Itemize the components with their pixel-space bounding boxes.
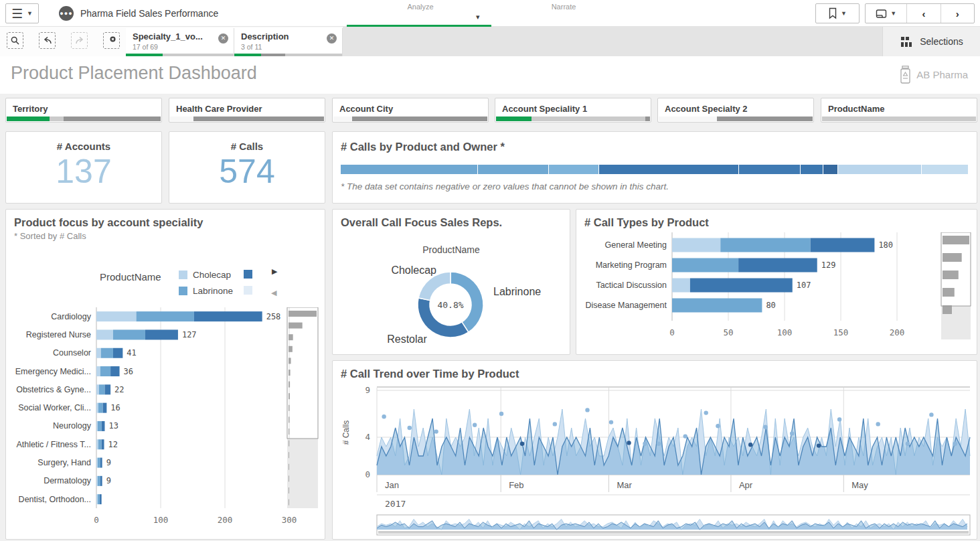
strip-segment[interactable] (599, 165, 738, 174)
nav-analyze-sheet[interactable]: Analyze Sheet (348, 3, 493, 11)
bar-segment[interactable] (96, 458, 98, 468)
strip-segment[interactable] (823, 165, 837, 174)
call-trend-chart[interactable]: JanFebMarAprMay2017049# Calls (339, 386, 971, 540)
panel-title: Overall Call Focus Sales Reps. (341, 216, 502, 229)
bar-segment[interactable] (98, 403, 103, 413)
donut-slice[interactable] (418, 272, 451, 301)
selections-tool-button[interactable]: Selections (882, 27, 980, 56)
filter-productname[interactable]: ProductName (821, 98, 977, 123)
global-menu-button[interactable]: ☰ ▼ (5, 3, 39, 23)
bar-segment[interactable] (96, 494, 98, 504)
bar-segment[interactable] (672, 279, 690, 293)
call-focus-donut-chart[interactable]: 40.8% (373, 259, 534, 358)
bar-segment[interactable] (672, 299, 762, 313)
filter-label: Account Speciality 1 (502, 104, 587, 114)
bar-segment[interactable] (672, 258, 738, 273)
filter-territory[interactable]: Territory (5, 98, 162, 123)
filter-selection-state-bar (333, 117, 487, 121)
svg-text:Cardiology: Cardiology (51, 312, 92, 321)
bar-segment[interactable] (145, 329, 178, 339)
strip-segment[interactable] (922, 165, 968, 174)
bar-segment[interactable] (690, 279, 793, 293)
pill-bottle-icon (899, 66, 912, 84)
clear-selections-button[interactable] (103, 32, 120, 49)
bar-segment[interactable] (102, 439, 104, 449)
kpi-value: 574 (169, 152, 325, 191)
bar-segment[interactable] (96, 384, 99, 394)
bar-segment[interactable] (103, 403, 107, 413)
bar-segment[interactable] (104, 384, 110, 394)
next-sheet-button[interactable]: › (941, 4, 974, 23)
bar-segment[interactable] (113, 348, 122, 358)
legend-label: Labrinone (193, 286, 233, 296)
bar-segment[interactable] (113, 329, 145, 339)
bar-segment[interactable] (96, 476, 98, 486)
bar-segment[interactable] (100, 494, 102, 504)
bar-segment[interactable] (720, 238, 810, 252)
bar-segment[interactable] (98, 421, 102, 431)
sheets-button[interactable]: ▼ (866, 4, 906, 23)
panel-title: # Calls by Product and Owner * (341, 141, 505, 153)
bar-segment[interactable] (811, 238, 875, 252)
legend-item[interactable]: Labrinone (179, 286, 233, 296)
filter-selection-state-bar (659, 117, 813, 121)
strip-segment[interactable] (478, 165, 548, 174)
svg-text:9: 9 (106, 476, 111, 485)
bar-segment[interactable] (194, 311, 262, 321)
close-icon[interactable]: ✕ (218, 33, 228, 44)
strip-segment[interactable] (801, 165, 823, 174)
bookmarks-button[interactable]: ▼ (816, 4, 859, 23)
legend-swatch-overflow[interactable] (244, 270, 252, 279)
step-back-button[interactable] (39, 32, 56, 49)
strip-segment[interactable] (549, 165, 598, 174)
bar-segment[interactable] (672, 238, 720, 252)
close-icon[interactable]: ✕ (327, 33, 337, 44)
bar-segment[interactable] (100, 458, 102, 468)
bar-segment[interactable] (110, 366, 119, 376)
bar-segment[interactable] (101, 348, 113, 358)
bar-segment[interactable] (96, 311, 137, 321)
nav-narrate-storytelling[interactable]: Narrate Storytelling (514, 3, 613, 11)
filter-account-city[interactable]: Account City (332, 98, 489, 123)
strip-segment[interactable] (739, 165, 800, 174)
filter-account-speciality-1[interactable]: Account Speciality 1 (495, 98, 651, 123)
filter-health-care-provider[interactable]: Health Care Provider (169, 98, 325, 123)
bar-segment[interactable] (100, 366, 110, 376)
bar-segment[interactable] (102, 421, 105, 431)
legend-item[interactable]: Cholecap (179, 270, 231, 280)
bar-segment[interactable] (137, 311, 194, 321)
bar-segment[interactable] (98, 458, 100, 468)
selection-tab-description[interactable]: Description 3 of 11 ✕ (234, 28, 343, 56)
filter-label: Territory (13, 104, 48, 114)
bar-segment[interactable] (98, 476, 100, 486)
product-focus-chart[interactable]: 0100200300Cardiology258Registered Nurse1… (11, 307, 321, 531)
bar-segment[interactable] (100, 476, 102, 486)
kpi-calls[interactable]: # Calls 574 (169, 131, 325, 204)
legend-label: Cholecap (193, 270, 231, 280)
bar-segment[interactable] (98, 439, 102, 449)
bar-segment[interactable] (738, 258, 817, 273)
bar-segment[interactable] (96, 366, 100, 376)
filter-selection-state-bar (170, 117, 324, 121)
kpi-accounts[interactable]: # Accounts 137 (5, 131, 162, 204)
selection-tab-specialty[interactable]: Specialty_1_vo... 17 of 69 ✕ (126, 28, 234, 56)
bar-segment[interactable] (96, 348, 101, 358)
previous-sheet-button[interactable]: ‹ (906, 4, 940, 23)
calls-by-product-owner-chart[interactable] (341, 165, 969, 174)
legend-prev-arrow-icon[interactable]: ◀ (271, 289, 276, 297)
bar-segment[interactable] (96, 329, 113, 339)
strip-segment[interactable] (838, 165, 921, 174)
filter-account-specialty-2[interactable]: Account Specialty 2 (657, 98, 814, 123)
bar-segment[interactable] (99, 384, 105, 394)
step-forward-button[interactable] (71, 32, 88, 49)
bar-segment[interactable] (96, 403, 98, 413)
bar-segment[interactable] (96, 439, 98, 449)
legend-next-arrow-icon[interactable]: ▶ (272, 267, 277, 276)
sheet-dropdown-chevron-icon[interactable]: ▾ (476, 13, 480, 21)
smart-search-button[interactable] (7, 32, 23, 49)
bar-segment[interactable] (98, 494, 100, 504)
bar-segment[interactable] (96, 421, 98, 431)
strip-segment[interactable] (341, 165, 477, 174)
call-types-chart[interactable]: 050100150200General Meeting180Marketing … (582, 232, 973, 354)
svg-text:Counselor: Counselor (53, 348, 91, 358)
